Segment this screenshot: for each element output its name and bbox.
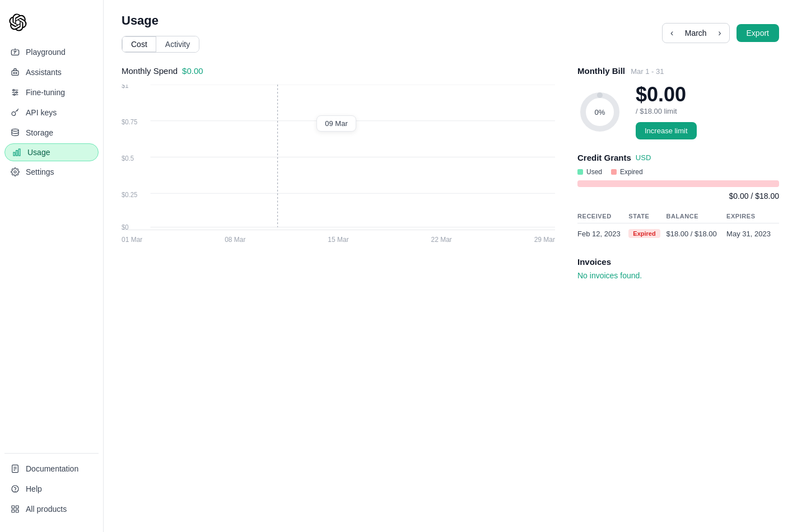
svg-point-15 bbox=[14, 171, 16, 173]
x-label-29: 29 Mar bbox=[534, 236, 555, 244]
month-navigator: ‹ March › bbox=[662, 23, 730, 43]
grid-icon bbox=[10, 504, 20, 514]
expired-badge: Expired bbox=[628, 229, 660, 238]
monthly-bill-section: Monthly Bill Mar 1 - 31 0% $0.00 / $ bbox=[577, 66, 779, 139]
credit-grants-currency: USD bbox=[636, 153, 651, 162]
chart-tooltip: 09 Mar bbox=[316, 115, 356, 132]
legend-used-label: Used bbox=[586, 168, 602, 176]
sidebar-item-assistants[interactable]: Assistants bbox=[4, 63, 99, 82]
credit-grants-section: Credit Grants USD Used Expired $ bbox=[577, 153, 779, 244]
svg-rect-23 bbox=[16, 506, 18, 508]
svg-rect-1 bbox=[12, 71, 18, 75]
svg-point-7 bbox=[13, 90, 15, 91]
x-axis-labels: 01 Mar 08 Mar 15 Mar 22 Mar 29 Mar bbox=[122, 232, 555, 244]
tab-activity[interactable]: Activity bbox=[156, 36, 199, 52]
sidebar-item-storage[interactable]: Storage bbox=[4, 123, 99, 142]
sidebar-item-help[interactable]: Help bbox=[4, 479, 99, 498]
x-label-01: 01 Mar bbox=[122, 236, 142, 244]
sidebar-item-settings[interactable]: Settings bbox=[4, 162, 99, 181]
svg-rect-14 bbox=[18, 149, 20, 156]
monthly-bill-date-range: Mar 1 - 31 bbox=[631, 67, 664, 76]
sidebar-bottom: Documentation Help All products bbox=[0, 444, 103, 523]
no-invoices-message: No invoices found. bbox=[577, 271, 779, 280]
help-icon bbox=[10, 484, 20, 494]
sidebar-item-documentation[interactable]: Documentation bbox=[4, 459, 99, 478]
monthly-spend-title: Monthly Spend bbox=[122, 66, 178, 76]
svg-point-21 bbox=[15, 491, 16, 492]
tab-group: Cost Activity bbox=[122, 36, 199, 53]
svg-point-9 bbox=[13, 94, 15, 96]
robot-icon bbox=[10, 67, 20, 77]
credit-grants-title: Credit Grants bbox=[577, 153, 631, 162]
svg-point-3 bbox=[16, 72, 17, 73]
key-icon bbox=[10, 108, 20, 118]
left-panel: Monthly Spend $0.00 09 Mar $1 $0.75 $0.5 bbox=[122, 66, 555, 519]
cell-state: Expired bbox=[628, 223, 666, 244]
svg-point-2 bbox=[13, 72, 15, 73]
sidebar: Playground Assistants Fine-tuning API ke… bbox=[0, 0, 104, 532]
legend-expired-label: Expired bbox=[620, 168, 643, 176]
bill-content: 0% $0.00 / $18.00 limit Increase limit bbox=[577, 85, 779, 139]
credit-table: Received State Balance Expires Feb 12, 2… bbox=[577, 209, 779, 244]
table-row: Feb 12, 2023 Expired $18.00 / $18.00 May… bbox=[577, 223, 779, 244]
sidebar-item-usage-label: Usage bbox=[27, 148, 50, 157]
right-panel: Monthly Bill Mar 1 - 31 0% $0.00 / $ bbox=[577, 66, 779, 519]
export-button[interactable]: Export bbox=[737, 24, 779, 42]
sidebar-item-fine-tuning[interactable]: Fine-tuning bbox=[4, 83, 99, 102]
invoices-title: Invoices bbox=[577, 257, 779, 267]
sidebar-item-help-label: Help bbox=[26, 484, 42, 493]
increase-limit-button[interactable]: Increase limit bbox=[636, 122, 697, 139]
svg-point-8 bbox=[16, 92, 17, 94]
credit-grants-header: Credit Grants USD bbox=[577, 153, 779, 162]
legend-used: Used bbox=[577, 168, 602, 176]
svg-rect-12 bbox=[13, 152, 15, 156]
sidebar-item-api-keys[interactable]: API keys bbox=[4, 103, 99, 122]
legend-expired-dot bbox=[611, 169, 617, 175]
sidebar-item-fine-tuning-label: Fine-tuning bbox=[26, 88, 65, 97]
bill-info: $0.00 / $18.00 limit Increase limit bbox=[636, 85, 697, 139]
monthly-spend-amount: $0.00 bbox=[182, 66, 203, 76]
svg-text:$0.25: $0.25 bbox=[122, 190, 137, 198]
openai-logo-icon bbox=[9, 13, 27, 31]
gamepad-icon bbox=[10, 47, 20, 57]
doc-icon bbox=[10, 464, 20, 474]
credit-progress-bar bbox=[577, 180, 779, 187]
svg-point-10 bbox=[12, 112, 16, 116]
x-label-08: 08 Mar bbox=[225, 236, 245, 244]
monthly-spend-header: Monthly Spend $0.00 bbox=[122, 66, 555, 76]
svg-rect-22 bbox=[12, 506, 15, 508]
chart-icon bbox=[12, 147, 22, 157]
col-state: State bbox=[628, 209, 666, 223]
cell-balance: $18.00 / $18.00 bbox=[666, 223, 726, 244]
x-label-22: 22 Mar bbox=[431, 236, 451, 244]
month-label: March bbox=[679, 29, 712, 38]
sidebar-item-playground[interactable]: Playground bbox=[4, 43, 99, 62]
sidebar-item-all-products[interactable]: All products bbox=[4, 500, 99, 519]
sidebar-item-playground-label: Playground bbox=[26, 48, 66, 57]
svg-rect-24 bbox=[12, 510, 15, 512]
storage-icon bbox=[10, 128, 20, 138]
prev-month-button[interactable]: ‹ bbox=[667, 26, 677, 40]
legend-expired: Expired bbox=[611, 168, 643, 176]
invoices-section: Invoices No invoices found. bbox=[577, 257, 779, 280]
sidebar-item-documentation-label: Documentation bbox=[26, 464, 78, 473]
col-balance: Balance bbox=[666, 209, 726, 223]
next-month-button[interactable]: › bbox=[715, 26, 724, 40]
legend-used-dot bbox=[577, 169, 583, 175]
monthly-bill-title: Monthly Bill Mar 1 - 31 bbox=[577, 66, 779, 76]
tab-cost[interactable]: Cost bbox=[122, 36, 156, 52]
sidebar-item-all-products-label: All products bbox=[26, 505, 67, 514]
bill-amount: $0.00 bbox=[636, 85, 697, 105]
col-received: Received bbox=[577, 209, 628, 223]
chart-svg: $1 $0.75 $0.5 $0.25 $0 bbox=[122, 85, 555, 230]
app-logo bbox=[0, 9, 103, 43]
svg-point-11 bbox=[12, 129, 18, 131]
sidebar-item-usage[interactable]: Usage bbox=[4, 143, 99, 161]
donut-percent: 0% bbox=[595, 108, 605, 116]
cell-expires: May 31, 2023 bbox=[726, 223, 779, 244]
svg-text:$0: $0 bbox=[122, 223, 129, 230]
main-content: Usage Cost Activity ‹ March › Export Mon… bbox=[104, 0, 797, 532]
svg-text:$0.5: $0.5 bbox=[122, 155, 134, 162]
credit-amount-display: $0.00 / $18.00 bbox=[577, 192, 779, 200]
bill-limit: / $18.00 limit bbox=[636, 107, 697, 115]
